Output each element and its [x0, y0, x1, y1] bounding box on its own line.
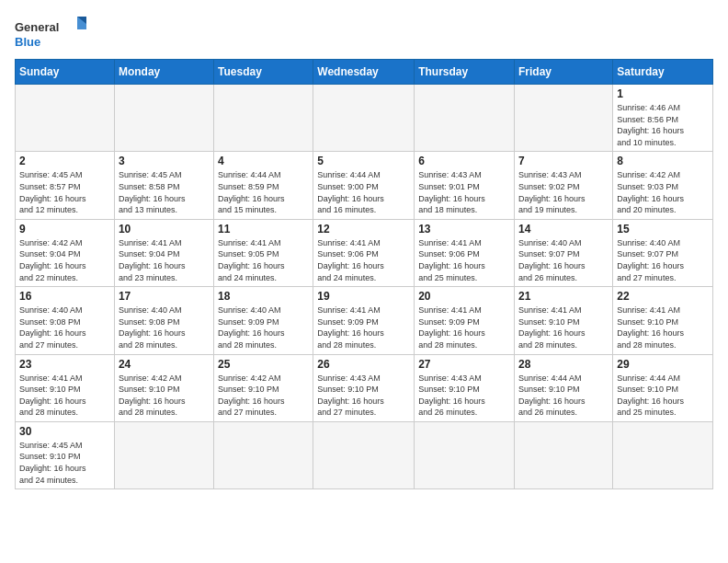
- calendar-cell: 30Sunrise: 4:45 AM Sunset: 9:10 PM Dayli…: [16, 421, 115, 488]
- calendar-cell: [114, 421, 213, 488]
- day-number: 26: [317, 358, 410, 371]
- calendar-cell: 24Sunrise: 4:42 AM Sunset: 9:10 PM Dayli…: [114, 354, 213, 421]
- day-info: Sunrise: 4:44 AM Sunset: 9:10 PM Dayligh…: [518, 373, 609, 419]
- day-number: 23: [19, 358, 110, 371]
- calendar-cell: 27Sunrise: 4:43 AM Sunset: 9:10 PM Dayli…: [415, 354, 515, 421]
- weekday-header-wednesday: Wednesday: [313, 60, 415, 85]
- day-info: Sunrise: 4:43 AM Sunset: 9:01 PM Dayligh…: [418, 169, 510, 215]
- calendar-row-1: 2Sunrise: 4:45 AM Sunset: 8:57 PM Daylig…: [16, 152, 713, 219]
- weekday-header-friday: Friday: [515, 60, 613, 85]
- calendar-cell: 6Sunrise: 4:43 AM Sunset: 9:01 PM Daylig…: [415, 152, 515, 219]
- day-info: Sunrise: 4:44 AM Sunset: 9:00 PM Dayligh…: [317, 169, 410, 215]
- day-number: 16: [19, 290, 110, 303]
- calendar-row-4: 23Sunrise: 4:41 AM Sunset: 9:10 PM Dayli…: [16, 354, 713, 421]
- calendar-cell: 29Sunrise: 4:44 AM Sunset: 9:10 PM Dayli…: [613, 354, 713, 421]
- day-info: Sunrise: 4:40 AM Sunset: 9:08 PM Dayligh…: [119, 304, 210, 350]
- calendar-cell: 1Sunrise: 4:46 AM Sunset: 8:56 PM Daylig…: [613, 85, 713, 152]
- day-number: 4: [218, 155, 309, 167]
- day-number: 3: [119, 155, 210, 167]
- day-info: Sunrise: 4:40 AM Sunset: 9:08 PM Dayligh…: [19, 304, 110, 350]
- calendar-cell: [515, 421, 613, 488]
- day-info: Sunrise: 4:46 AM Sunset: 8:56 PM Dayligh…: [617, 102, 709, 148]
- day-info: Sunrise: 4:45 AM Sunset: 8:57 PM Dayligh…: [19, 169, 110, 215]
- calendar-cell: 3Sunrise: 4:45 AM Sunset: 8:58 PM Daylig…: [114, 152, 213, 219]
- day-number: 8: [617, 155, 709, 167]
- day-info: Sunrise: 4:43 AM Sunset: 9:10 PM Dayligh…: [317, 373, 410, 419]
- day-info: Sunrise: 4:43 AM Sunset: 9:10 PM Dayligh…: [418, 373, 510, 419]
- calendar-cell: 22Sunrise: 4:41 AM Sunset: 9:10 PM Dayli…: [613, 287, 713, 354]
- calendar-cell: 18Sunrise: 4:40 AM Sunset: 9:09 PM Dayli…: [214, 287, 313, 354]
- calendar-cell: 21Sunrise: 4:41 AM Sunset: 9:10 PM Dayli…: [515, 287, 613, 354]
- calendar-cell: [613, 421, 713, 488]
- day-number: 12: [317, 223, 410, 236]
- calendar-cell: 5Sunrise: 4:44 AM Sunset: 9:00 PM Daylig…: [313, 152, 415, 219]
- day-info: Sunrise: 4:41 AM Sunset: 9:09 PM Dayligh…: [418, 304, 510, 350]
- calendar-cell: 4Sunrise: 4:44 AM Sunset: 8:59 PM Daylig…: [214, 152, 313, 219]
- day-number: 13: [418, 223, 510, 236]
- calendar-cell: 17Sunrise: 4:40 AM Sunset: 9:08 PM Dayli…: [114, 287, 213, 354]
- day-info: Sunrise: 4:43 AM Sunset: 9:02 PM Dayligh…: [518, 169, 609, 215]
- svg-text:Blue: Blue: [15, 35, 40, 49]
- day-info: Sunrise: 4:40 AM Sunset: 9:09 PM Dayligh…: [218, 304, 309, 350]
- calendar-cell: 20Sunrise: 4:41 AM Sunset: 9:09 PM Dayli…: [415, 287, 515, 354]
- day-number: 20: [418, 290, 510, 303]
- calendar-cell: [16, 85, 115, 152]
- calendar-cell: [214, 421, 313, 488]
- logo-svg: General Blue: [15, 15, 88, 52]
- calendar-cell: [415, 85, 515, 152]
- day-number: 11: [218, 223, 309, 236]
- day-info: Sunrise: 4:44 AM Sunset: 8:59 PM Dayligh…: [218, 169, 309, 215]
- calendar-row-3: 16Sunrise: 4:40 AM Sunset: 9:08 PM Dayli…: [16, 287, 713, 354]
- day-number: 7: [518, 155, 609, 167]
- day-number: 5: [317, 155, 410, 167]
- calendar: SundayMondayTuesdayWednesdayThursdayFrid…: [15, 59, 713, 489]
- calendar-cell: 9Sunrise: 4:42 AM Sunset: 9:04 PM Daylig…: [16, 219, 115, 286]
- weekday-header-monday: Monday: [114, 60, 213, 85]
- day-number: 29: [617, 358, 709, 371]
- weekday-header-row: SundayMondayTuesdayWednesdayThursdayFrid…: [16, 60, 713, 85]
- calendar-cell: 28Sunrise: 4:44 AM Sunset: 9:10 PM Dayli…: [515, 354, 613, 421]
- calendar-cell: 7Sunrise: 4:43 AM Sunset: 9:02 PM Daylig…: [515, 152, 613, 219]
- day-number: 15: [617, 223, 709, 236]
- calendar-row-0: 1Sunrise: 4:46 AM Sunset: 8:56 PM Daylig…: [16, 85, 713, 152]
- calendar-cell: 15Sunrise: 4:40 AM Sunset: 9:07 PM Dayli…: [613, 219, 713, 286]
- day-info: Sunrise: 4:40 AM Sunset: 9:07 PM Dayligh…: [617, 237, 709, 283]
- calendar-row-2: 9Sunrise: 4:42 AM Sunset: 9:04 PM Daylig…: [16, 219, 713, 286]
- day-number: 21: [518, 290, 609, 303]
- calendar-cell: [214, 85, 313, 152]
- calendar-cell: 13Sunrise: 4:41 AM Sunset: 9:06 PM Dayli…: [415, 219, 515, 286]
- day-info: Sunrise: 4:42 AM Sunset: 9:03 PM Dayligh…: [617, 169, 709, 215]
- day-number: 30: [19, 425, 110, 438]
- calendar-cell: 26Sunrise: 4:43 AM Sunset: 9:10 PM Dayli…: [313, 354, 415, 421]
- day-number: 2: [19, 155, 110, 167]
- calendar-cell: 11Sunrise: 4:41 AM Sunset: 9:05 PM Dayli…: [214, 219, 313, 286]
- day-info: Sunrise: 4:41 AM Sunset: 9:09 PM Dayligh…: [317, 304, 410, 350]
- day-number: 17: [119, 290, 210, 303]
- day-number: 25: [218, 358, 309, 371]
- calendar-cell: 23Sunrise: 4:41 AM Sunset: 9:10 PM Dayli…: [16, 354, 115, 421]
- calendar-cell: 25Sunrise: 4:42 AM Sunset: 9:10 PM Dayli…: [214, 354, 313, 421]
- weekday-header-saturday: Saturday: [613, 60, 713, 85]
- day-info: Sunrise: 4:45 AM Sunset: 8:58 PM Dayligh…: [119, 169, 210, 215]
- day-number: 1: [617, 87, 709, 100]
- day-info: Sunrise: 4:41 AM Sunset: 9:04 PM Dayligh…: [119, 237, 210, 283]
- calendar-row-5: 30Sunrise: 4:45 AM Sunset: 9:10 PM Dayli…: [16, 421, 713, 488]
- calendar-cell: [515, 85, 613, 152]
- calendar-cell: 16Sunrise: 4:40 AM Sunset: 9:08 PM Dayli…: [16, 287, 115, 354]
- day-info: Sunrise: 4:41 AM Sunset: 9:05 PM Dayligh…: [218, 237, 309, 283]
- calendar-cell: [114, 85, 213, 152]
- weekday-header-tuesday: Tuesday: [214, 60, 313, 85]
- day-number: 27: [418, 358, 510, 371]
- day-info: Sunrise: 4:41 AM Sunset: 9:10 PM Dayligh…: [518, 304, 609, 350]
- calendar-cell: 12Sunrise: 4:41 AM Sunset: 9:06 PM Dayli…: [313, 219, 415, 286]
- svg-text:General: General: [15, 20, 59, 34]
- day-number: 22: [617, 290, 709, 303]
- day-number: 14: [518, 223, 609, 236]
- day-info: Sunrise: 4:42 AM Sunset: 9:10 PM Dayligh…: [119, 373, 210, 419]
- day-info: Sunrise: 4:42 AM Sunset: 9:10 PM Dayligh…: [218, 373, 309, 419]
- weekday-header-thursday: Thursday: [415, 60, 515, 85]
- day-info: Sunrise: 4:42 AM Sunset: 9:04 PM Dayligh…: [19, 237, 110, 283]
- day-info: Sunrise: 4:45 AM Sunset: 9:10 PM Dayligh…: [19, 440, 110, 486]
- calendar-cell: 19Sunrise: 4:41 AM Sunset: 9:09 PM Dayli…: [313, 287, 415, 354]
- calendar-cell: [415, 421, 515, 488]
